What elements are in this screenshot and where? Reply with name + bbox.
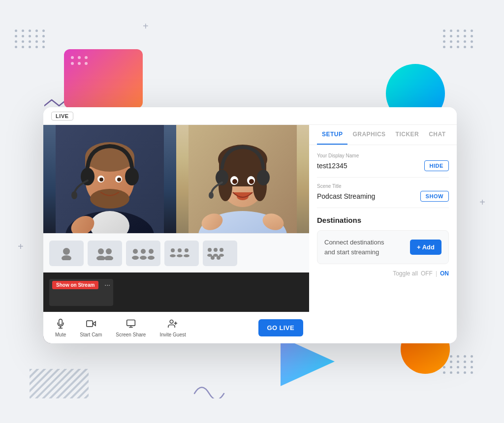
scene-title-label: Scene Title — [317, 183, 449, 189]
svg-point-49 — [148, 256, 155, 260]
invite-guest-button[interactable]: Invite Guest — [154, 317, 191, 339]
show-on-stream-badge: Show on Stream — [52, 281, 98, 289]
svg-point-41 — [96, 256, 105, 260]
toggle-off[interactable]: OFF — [421, 270, 433, 277]
display-name-field: Your Display Name test12345 HIDE — [317, 153, 449, 178]
display-name-label: Your Display Name — [317, 153, 449, 158]
app-window: LIVE — [43, 107, 457, 343]
svg-point-18 — [71, 191, 77, 199]
svg-point-73 — [170, 320, 173, 323]
svg-point-54 — [185, 248, 189, 252]
go-live-button[interactable]: GO LIVE — [258, 319, 303, 336]
svg-point-53 — [177, 254, 183, 257]
add-destination-button[interactable]: + Add — [410, 240, 441, 255]
person-right-bg — [176, 125, 309, 233]
scene-thumb-4[interactable] — [164, 241, 199, 266]
sources-panel: Show on Stream ··· — [43, 272, 309, 312]
screen-share-icon — [126, 319, 136, 331]
svg-rect-2 — [30, 369, 89, 398]
svg-point-63 — [211, 256, 215, 260]
svg-point-48 — [149, 249, 154, 254]
svg-point-51 — [170, 254, 176, 257]
svg-point-39 — [62, 255, 71, 260]
plus-icon-left: + — [18, 241, 24, 252]
top-bar: LIVE — [43, 107, 457, 125]
tab-chat[interactable]: CHAT — [424, 125, 450, 145]
invite-icon — [168, 319, 178, 331]
destinations-box: Connect destinations and start streaming… — [317, 230, 449, 264]
plus-icon-top: + — [143, 21, 149, 32]
svg-point-46 — [141, 249, 146, 254]
scene-thumb-1[interactable] — [49, 241, 84, 266]
scene-thumb-3[interactable] — [126, 241, 160, 266]
settings-content: Your Display Name test12345 HIDE Scene T… — [309, 145, 457, 285]
screen-share-button[interactable]: Screen Share — [110, 317, 152, 339]
display-name-row: test12345 HIDE — [317, 160, 449, 171]
invite-guest-label: Invite Guest — [159, 332, 186, 337]
destinations-line2: and start streaming — [324, 247, 384, 257]
scene-thumb-5[interactable] — [203, 241, 237, 266]
video-right — [176, 125, 309, 233]
gradient-square — [64, 49, 143, 108]
svg-point-57 — [208, 248, 212, 252]
destinations-title: Destinations — [317, 216, 449, 224]
display-name-value: test12345 — [317, 162, 347, 170]
svg-point-42 — [106, 248, 112, 254]
scene-row — [43, 233, 309, 272]
camera-icon — [86, 319, 96, 331]
scene-title-field: Scene Title Podcast Streaming SHOW — [317, 183, 449, 208]
svg-point-38 — [63, 248, 70, 255]
source-top-bar: Show on Stream ··· — [49, 279, 113, 291]
mute-button[interactable]: Mute — [49, 317, 72, 339]
person-right-figure — [189, 125, 297, 233]
scene-title-value: Podcast Streaming — [317, 192, 375, 200]
person-left-figure — [56, 125, 164, 233]
source-item: Show on Stream ··· — [49, 279, 113, 306]
toggle-label: Toggle all — [393, 270, 418, 277]
scene-thumb-2[interactable] — [88, 241, 122, 266]
svg-marker-0 — [281, 337, 335, 386]
right-panel: SETUP GRAPHICS TICKER CHAT Your Display … — [309, 125, 457, 343]
svg-point-61 — [220, 248, 223, 252]
video-area — [43, 125, 309, 233]
svg-rect-70 — [126, 320, 135, 326]
start-cam-label: Start Cam — [80, 332, 102, 337]
video-left — [43, 125, 176, 233]
start-cam-button[interactable]: Start Cam — [74, 317, 108, 339]
dot-grid-top-left — [15, 30, 46, 48]
toggle-on[interactable]: ON — [440, 270, 449, 277]
svg-point-17 — [125, 168, 139, 185]
svg-point-14 — [99, 178, 103, 181]
tab-graphics[interactable]: GRAPHICS — [347, 125, 390, 145]
show-button[interactable]: SHOW — [420, 191, 449, 202]
tab-setup[interactable]: SETUP — [317, 125, 347, 145]
svg-point-11 — [90, 189, 129, 209]
plus-icon-right: + — [479, 197, 485, 208]
toggle-divider: | — [436, 270, 437, 277]
tabs-row: SETUP GRAPHICS TICKER CHAT — [309, 125, 457, 145]
toggle-row: Toggle all OFF | ON — [317, 270, 449, 277]
mute-icon — [56, 319, 65, 331]
svg-point-34 — [257, 170, 270, 185]
stripes — [30, 369, 89, 398]
svg-point-31 — [249, 179, 254, 184]
three-dots-menu[interactable]: ··· — [104, 281, 110, 289]
svg-point-50 — [171, 248, 175, 252]
person-left-bg — [43, 125, 176, 233]
svg-point-30 — [232, 179, 237, 184]
bottom-toolbar: Mute Start Cam — [43, 312, 309, 343]
svg-point-47 — [140, 256, 147, 260]
hide-button[interactable]: HIDE — [424, 160, 449, 171]
mute-label: Mute — [55, 332, 66, 337]
content-area: Show on Stream ··· — [43, 125, 457, 343]
squiggle — [192, 379, 231, 398]
svg-point-43 — [104, 256, 113, 260]
live-badge: LIVE — [51, 112, 73, 121]
destinations-text: Connect destinations and start streaming — [324, 238, 384, 257]
tab-ticker[interactable]: TICKER — [391, 125, 424, 145]
svg-point-65 — [217, 256, 220, 260]
svg-point-45 — [132, 256, 139, 260]
left-panel: Show on Stream ··· — [43, 125, 309, 343]
svg-point-59 — [214, 248, 218, 252]
destinations-line1: Connect destinations — [324, 238, 384, 247]
